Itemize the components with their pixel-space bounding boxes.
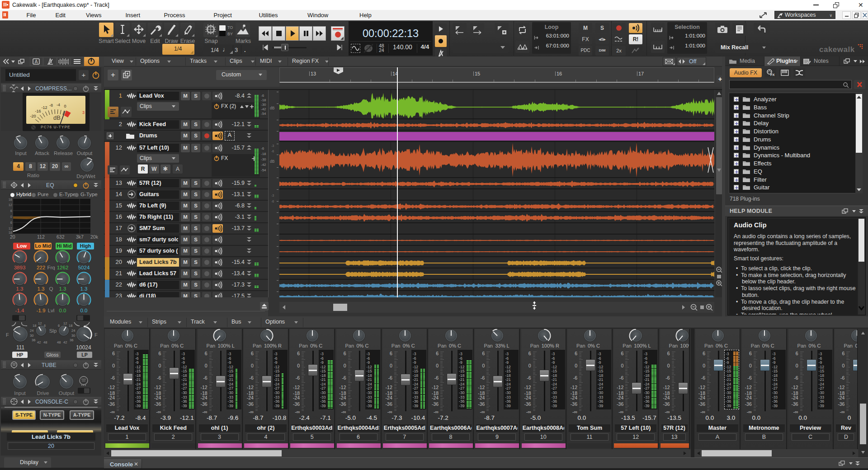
svg-text:-16: -16: [35, 109, 41, 113]
svg-text:A: A: [35, 59, 38, 64]
svg-text:0: 0: [64, 104, 66, 108]
svg-text:-8: -8: [49, 103, 53, 108]
svg-text:18: 18: [9, 197, 12, 202]
svg-text:-20: -20: [30, 114, 36, 118]
svg-text:0: 0: [10, 215, 12, 219]
svg-text:FX: FX: [770, 73, 775, 77]
svg-text:6: 6: [10, 221, 12, 225]
svg-text:6: 6: [10, 209, 12, 213]
svg-text:-12: -12: [41, 105, 47, 110]
svg-text:3: 3: [82, 110, 85, 115]
svg-text:-4: -4: [57, 103, 60, 107]
svg-text:12: 12: [9, 226, 12, 230]
svg-text:dB: dB: [53, 114, 61, 121]
svg-text:12: 12: [9, 203, 12, 207]
